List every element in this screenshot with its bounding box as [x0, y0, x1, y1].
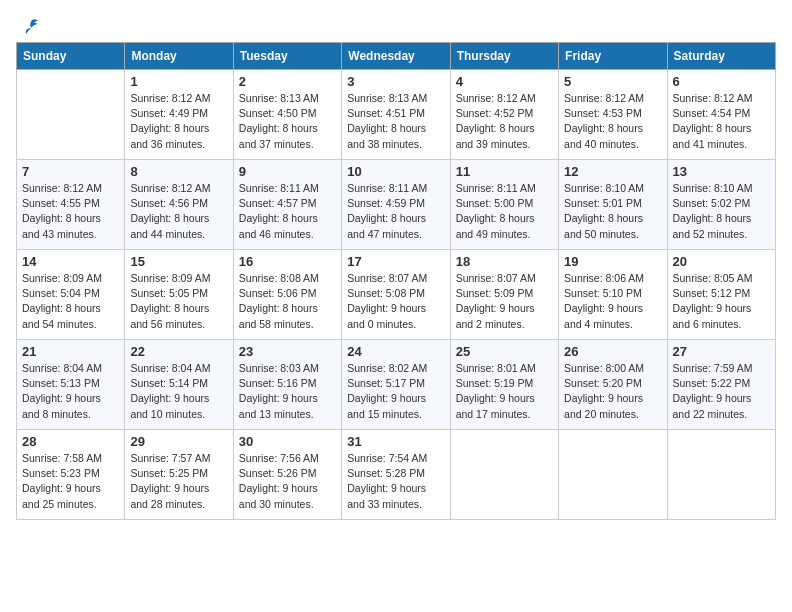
day-info: Sunrise: 8:12 AMSunset: 4:56 PMDaylight:…: [130, 181, 227, 242]
day-info: Sunrise: 7:54 AMSunset: 5:28 PMDaylight:…: [347, 451, 444, 512]
day-header-saturday: Saturday: [667, 43, 775, 70]
calendar-cell: [450, 430, 558, 520]
week-row-4: 21Sunrise: 8:04 AMSunset: 5:13 PMDayligh…: [17, 340, 776, 430]
week-row-5: 28Sunrise: 7:58 AMSunset: 5:23 PMDayligh…: [17, 430, 776, 520]
day-info: Sunrise: 8:12 AMSunset: 4:53 PMDaylight:…: [564, 91, 661, 152]
day-info: Sunrise: 8:13 AMSunset: 4:51 PMDaylight:…: [347, 91, 444, 152]
day-number: 13: [673, 164, 770, 179]
calendar-body: 1Sunrise: 8:12 AMSunset: 4:49 PMDaylight…: [17, 70, 776, 520]
day-info: Sunrise: 8:11 AMSunset: 4:57 PMDaylight:…: [239, 181, 336, 242]
day-number: 12: [564, 164, 661, 179]
day-info: Sunrise: 8:10 AMSunset: 5:01 PMDaylight:…: [564, 181, 661, 242]
day-number: 23: [239, 344, 336, 359]
day-info: Sunrise: 7:56 AMSunset: 5:26 PMDaylight:…: [239, 451, 336, 512]
calendar-cell: 9Sunrise: 8:11 AMSunset: 4:57 PMDaylight…: [233, 160, 341, 250]
week-row-1: 1Sunrise: 8:12 AMSunset: 4:49 PMDaylight…: [17, 70, 776, 160]
calendar-cell: 29Sunrise: 7:57 AMSunset: 5:25 PMDayligh…: [125, 430, 233, 520]
calendar-cell: 20Sunrise: 8:05 AMSunset: 5:12 PMDayligh…: [667, 250, 775, 340]
calendar-cell: 18Sunrise: 8:07 AMSunset: 5:09 PMDayligh…: [450, 250, 558, 340]
day-info: Sunrise: 8:09 AMSunset: 5:04 PMDaylight:…: [22, 271, 119, 332]
logo: [16, 16, 40, 34]
day-info: Sunrise: 8:00 AMSunset: 5:20 PMDaylight:…: [564, 361, 661, 422]
calendar-cell: 24Sunrise: 8:02 AMSunset: 5:17 PMDayligh…: [342, 340, 450, 430]
calendar-cell: 3Sunrise: 8:13 AMSunset: 4:51 PMDaylight…: [342, 70, 450, 160]
calendar-cell: 19Sunrise: 8:06 AMSunset: 5:10 PMDayligh…: [559, 250, 667, 340]
day-number: 1: [130, 74, 227, 89]
day-info: Sunrise: 8:12 AMSunset: 4:52 PMDaylight:…: [456, 91, 553, 152]
day-number: 6: [673, 74, 770, 89]
calendar-cell: 15Sunrise: 8:09 AMSunset: 5:05 PMDayligh…: [125, 250, 233, 340]
page-header: [16, 16, 776, 34]
calendar-cell: 4Sunrise: 8:12 AMSunset: 4:52 PMDaylight…: [450, 70, 558, 160]
day-info: Sunrise: 8:09 AMSunset: 5:05 PMDaylight:…: [130, 271, 227, 332]
calendar-cell: 17Sunrise: 8:07 AMSunset: 5:08 PMDayligh…: [342, 250, 450, 340]
day-header-sunday: Sunday: [17, 43, 125, 70]
day-info: Sunrise: 8:08 AMSunset: 5:06 PMDaylight:…: [239, 271, 336, 332]
week-row-3: 14Sunrise: 8:09 AMSunset: 5:04 PMDayligh…: [17, 250, 776, 340]
day-info: Sunrise: 8:12 AMSunset: 4:54 PMDaylight:…: [673, 91, 770, 152]
calendar-cell: 31Sunrise: 7:54 AMSunset: 5:28 PMDayligh…: [342, 430, 450, 520]
day-number: 24: [347, 344, 444, 359]
day-number: 3: [347, 74, 444, 89]
day-header-wednesday: Wednesday: [342, 43, 450, 70]
calendar-header-row: SundayMondayTuesdayWednesdayThursdayFrid…: [17, 43, 776, 70]
day-number: 22: [130, 344, 227, 359]
calendar-cell: 6Sunrise: 8:12 AMSunset: 4:54 PMDaylight…: [667, 70, 775, 160]
calendar-cell: 30Sunrise: 7:56 AMSunset: 5:26 PMDayligh…: [233, 430, 341, 520]
day-number: 8: [130, 164, 227, 179]
day-info: Sunrise: 8:12 AMSunset: 4:55 PMDaylight:…: [22, 181, 119, 242]
day-number: 30: [239, 434, 336, 449]
day-number: 31: [347, 434, 444, 449]
day-number: 15: [130, 254, 227, 269]
calendar-cell: 25Sunrise: 8:01 AMSunset: 5:19 PMDayligh…: [450, 340, 558, 430]
day-number: 28: [22, 434, 119, 449]
day-number: 14: [22, 254, 119, 269]
calendar-cell: 1Sunrise: 8:12 AMSunset: 4:49 PMDaylight…: [125, 70, 233, 160]
calendar-cell: 21Sunrise: 8:04 AMSunset: 5:13 PMDayligh…: [17, 340, 125, 430]
day-number: 21: [22, 344, 119, 359]
day-info: Sunrise: 8:07 AMSunset: 5:09 PMDaylight:…: [456, 271, 553, 332]
calendar-cell: 27Sunrise: 7:59 AMSunset: 5:22 PMDayligh…: [667, 340, 775, 430]
day-info: Sunrise: 8:04 AMSunset: 5:14 PMDaylight:…: [130, 361, 227, 422]
calendar-cell: 23Sunrise: 8:03 AMSunset: 5:16 PMDayligh…: [233, 340, 341, 430]
day-info: Sunrise: 8:11 AMSunset: 4:59 PMDaylight:…: [347, 181, 444, 242]
day-number: 5: [564, 74, 661, 89]
day-header-thursday: Thursday: [450, 43, 558, 70]
day-number: 11: [456, 164, 553, 179]
calendar-cell: 11Sunrise: 8:11 AMSunset: 5:00 PMDayligh…: [450, 160, 558, 250]
calendar-cell: 8Sunrise: 8:12 AMSunset: 4:56 PMDaylight…: [125, 160, 233, 250]
day-number: 16: [239, 254, 336, 269]
day-number: 10: [347, 164, 444, 179]
calendar-cell: 26Sunrise: 8:00 AMSunset: 5:20 PMDayligh…: [559, 340, 667, 430]
calendar-cell: [559, 430, 667, 520]
day-number: 17: [347, 254, 444, 269]
day-number: 25: [456, 344, 553, 359]
day-number: 18: [456, 254, 553, 269]
calendar-cell: 13Sunrise: 8:10 AMSunset: 5:02 PMDayligh…: [667, 160, 775, 250]
day-number: 20: [673, 254, 770, 269]
day-info: Sunrise: 8:01 AMSunset: 5:19 PMDaylight:…: [456, 361, 553, 422]
day-number: 9: [239, 164, 336, 179]
day-number: 27: [673, 344, 770, 359]
calendar-cell: 10Sunrise: 8:11 AMSunset: 4:59 PMDayligh…: [342, 160, 450, 250]
day-header-monday: Monday: [125, 43, 233, 70]
day-number: 29: [130, 434, 227, 449]
day-info: Sunrise: 8:04 AMSunset: 5:13 PMDaylight:…: [22, 361, 119, 422]
day-number: 4: [456, 74, 553, 89]
calendar-cell: 16Sunrise: 8:08 AMSunset: 5:06 PMDayligh…: [233, 250, 341, 340]
day-info: Sunrise: 8:07 AMSunset: 5:08 PMDaylight:…: [347, 271, 444, 332]
calendar-cell: 5Sunrise: 8:12 AMSunset: 4:53 PMDaylight…: [559, 70, 667, 160]
day-header-friday: Friday: [559, 43, 667, 70]
calendar-table: SundayMondayTuesdayWednesdayThursdayFrid…: [16, 42, 776, 520]
calendar-cell: [17, 70, 125, 160]
day-info: Sunrise: 8:02 AMSunset: 5:17 PMDaylight:…: [347, 361, 444, 422]
calendar-cell: 28Sunrise: 7:58 AMSunset: 5:23 PMDayligh…: [17, 430, 125, 520]
calendar-cell: 22Sunrise: 8:04 AMSunset: 5:14 PMDayligh…: [125, 340, 233, 430]
day-info: Sunrise: 7:58 AMSunset: 5:23 PMDaylight:…: [22, 451, 119, 512]
calendar-cell: 7Sunrise: 8:12 AMSunset: 4:55 PMDaylight…: [17, 160, 125, 250]
day-header-tuesday: Tuesday: [233, 43, 341, 70]
day-info: Sunrise: 8:03 AMSunset: 5:16 PMDaylight:…: [239, 361, 336, 422]
day-info: Sunrise: 8:10 AMSunset: 5:02 PMDaylight:…: [673, 181, 770, 242]
day-number: 2: [239, 74, 336, 89]
day-info: Sunrise: 8:12 AMSunset: 4:49 PMDaylight:…: [130, 91, 227, 152]
